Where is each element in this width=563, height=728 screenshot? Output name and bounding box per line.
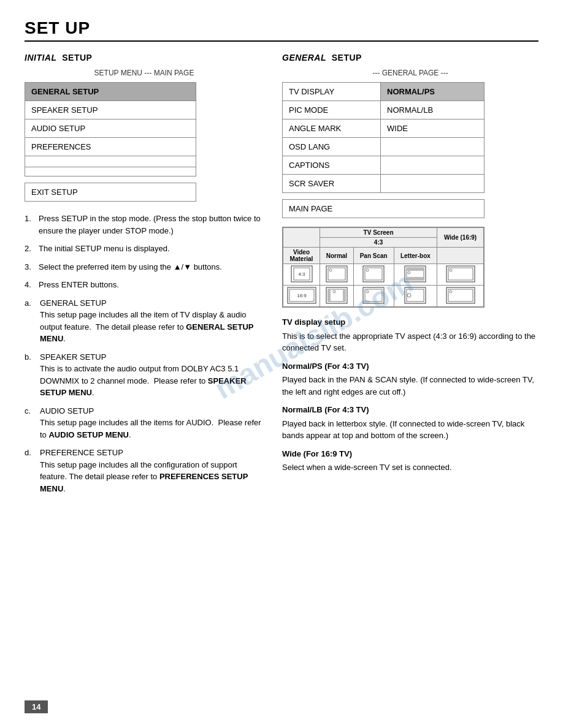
general-label-bold: SETUP xyxy=(332,53,362,63)
normal-label: Normal xyxy=(320,248,354,264)
normal-ps-heading: Normal/PS (For 4:3 TV) xyxy=(282,360,538,373)
gm-osd-lang-value xyxy=(381,138,484,156)
numbered-steps: 1. Press SETUP in the stop mode. (Press … xyxy=(25,213,264,291)
tv-169-panscan xyxy=(353,286,394,307)
svg-rect-23 xyxy=(343,289,345,301)
gm-captions-value xyxy=(381,156,484,174)
tv-label-169: 16:9 xyxy=(283,286,320,307)
general-page-subtitle: --- GENERAL PAGE --- xyxy=(282,69,538,77)
menu-item-preferences[interactable]: PREFERENCES xyxy=(25,138,196,156)
tv-169-wide xyxy=(437,286,484,307)
wide-body: Select when a wide-screen TV set is conn… xyxy=(282,461,538,474)
gm-angle-mark-label: ANGLE MARK xyxy=(283,119,381,137)
tv-display-setup-body: This is to select the appropriate TV asp… xyxy=(282,330,538,354)
tv-icon-169-label: 16:9 xyxy=(287,287,316,304)
letter-box-label: Letter-box xyxy=(394,248,437,264)
svg-text:4:3: 4:3 xyxy=(298,271,305,277)
sub-step-b: b. SPEAKER SETUP This is to activate the… xyxy=(25,351,264,399)
svg-rect-31 xyxy=(446,287,475,303)
wide-label: Wide (16:9) xyxy=(437,228,484,248)
setup-menu-box: GENERAL SETUP SPEAKER SETUP AUDIO SETUP … xyxy=(25,82,196,176)
gm-tv-display-value: NORMAL/PS xyxy=(381,83,484,100)
general-label-normal: GENERAL xyxy=(282,53,326,63)
tv-169-letterbox xyxy=(394,286,437,307)
gm-scr-saver-value xyxy=(381,175,484,192)
page-number: 14 xyxy=(25,700,48,713)
menu-item-audio-setup[interactable]: AUDIO SETUP xyxy=(25,119,196,138)
gm-tv-display-label: TV DISPLAY xyxy=(283,83,381,100)
left-column: INITIAL SETUP SETUP MENU --- MAIN PAGE G… xyxy=(25,53,264,501)
svg-rect-29 xyxy=(407,289,424,301)
step-1: 1. Press SETUP in the stop mode. (Press … xyxy=(25,213,264,237)
svg-rect-11 xyxy=(407,268,424,271)
normal-ps-body: Played back in the PAN & SCAN style. (If… xyxy=(282,374,538,398)
main-page-button[interactable]: MAIN PAGE xyxy=(282,199,484,218)
wide-col-label xyxy=(437,248,484,264)
sub-step-a: a. GENERAL SETUP This setup page include… xyxy=(25,297,264,345)
menu-spacer xyxy=(25,156,196,167)
step-2: 2. The initial SETUP menu is displayed. xyxy=(25,243,264,255)
svg-rect-21 xyxy=(328,289,345,301)
sub-steps: a. GENERAL SETUP This setup page include… xyxy=(25,297,264,495)
tv-display-setup-heading: TV display setup xyxy=(282,316,538,328)
exit-setup-box: EXIT SETUP xyxy=(25,183,196,202)
page: SET UP INITIAL SETUP SETUP MENU --- MAIN… xyxy=(0,0,563,728)
gm-captions-label: CAPTIONS xyxy=(283,156,381,174)
col-43-label: 4:3 xyxy=(320,238,437,248)
initial-setup-heading: INITIAL SETUP xyxy=(25,53,264,63)
gm-pic-mode-value: NORMAL/LB xyxy=(381,101,484,119)
page-title: SET UP xyxy=(25,18,538,38)
gm-angle-mark-value: WIDE xyxy=(381,119,484,137)
svg-point-33 xyxy=(450,290,452,293)
tv-screen-header xyxy=(283,228,320,248)
svg-rect-4 xyxy=(328,268,345,280)
svg-point-8 xyxy=(366,269,369,271)
svg-rect-12 xyxy=(407,277,424,280)
initial-label-normal: INITIAL xyxy=(25,53,57,63)
svg-rect-7 xyxy=(365,268,382,280)
wide-heading: Wide (For 16:9 TV) xyxy=(282,448,538,460)
general-menu-box: TV DISPLAY NORMAL/PS PIC MODE NORMAL/LB … xyxy=(282,82,484,193)
svg-rect-6 xyxy=(363,266,384,282)
general-setup-heading: GENERAL SETUP xyxy=(282,53,538,63)
normal-lb-heading: Normal/LB (For 4:3 TV) xyxy=(282,404,538,416)
normal-lb-body: Played back in letterbox style. (If conn… xyxy=(282,418,538,442)
menu-spacer-2 xyxy=(25,167,196,176)
tv-43-wide xyxy=(437,264,484,286)
step-3: 3. Select the preferred item by using th… xyxy=(25,261,264,273)
svg-text:16:9: 16:9 xyxy=(297,293,307,298)
svg-point-30 xyxy=(407,294,411,297)
svg-point-24 xyxy=(333,290,335,293)
svg-rect-22 xyxy=(328,289,331,301)
sub-step-d: d. PREFERENCE SETUP This setup page incl… xyxy=(25,447,264,495)
tv-row-43: 4:3 xyxy=(283,264,484,286)
gm-scr-saver-label: SCR SAVER xyxy=(283,175,381,192)
tv-43-normal xyxy=(320,264,354,286)
svg-rect-14 xyxy=(446,266,475,282)
gm-osd-lang-label: OSD LANG xyxy=(283,138,381,156)
tv-icon-43-label: 4:3 xyxy=(291,265,313,282)
tv-169-normal xyxy=(320,286,354,307)
initial-label-bold: SETUP xyxy=(62,53,92,63)
gm-row-pic-mode: PIC MODE NORMAL/LB xyxy=(283,101,484,119)
menu-item-speaker-setup[interactable]: SPEAKER SETUP xyxy=(25,101,196,119)
tv-display-setup-section: TV display setup This is to select the a… xyxy=(282,316,538,474)
gm-row-captions: CAPTIONS xyxy=(283,156,484,175)
tv-row-169: 16:9 xyxy=(283,286,484,307)
menu-item-general-setup[interactable]: GENERAL SETUP xyxy=(25,83,196,101)
setup-menu-subtitle: SETUP MENU --- MAIN PAGE xyxy=(25,69,264,77)
svg-point-27 xyxy=(366,290,369,293)
gm-row-angle-mark: ANGLE MARK WIDE xyxy=(283,119,484,138)
tv-43-panscan xyxy=(353,264,394,286)
pan-scan-label: Pan Scan xyxy=(353,248,394,264)
gm-row-osd-lang: OSD LANG xyxy=(283,138,484,156)
menu-item-exit-setup[interactable]: EXIT SETUP xyxy=(25,183,196,201)
tv-label-43: 4:3 xyxy=(283,264,320,286)
video-material-label: Video Material xyxy=(283,248,320,264)
tv-43-letterbox xyxy=(394,264,437,286)
svg-point-13 xyxy=(408,271,410,274)
svg-rect-25 xyxy=(363,287,384,303)
svg-rect-26 xyxy=(365,289,382,301)
tv-screen-label: TV Screen xyxy=(320,228,437,238)
svg-rect-3 xyxy=(326,266,347,282)
